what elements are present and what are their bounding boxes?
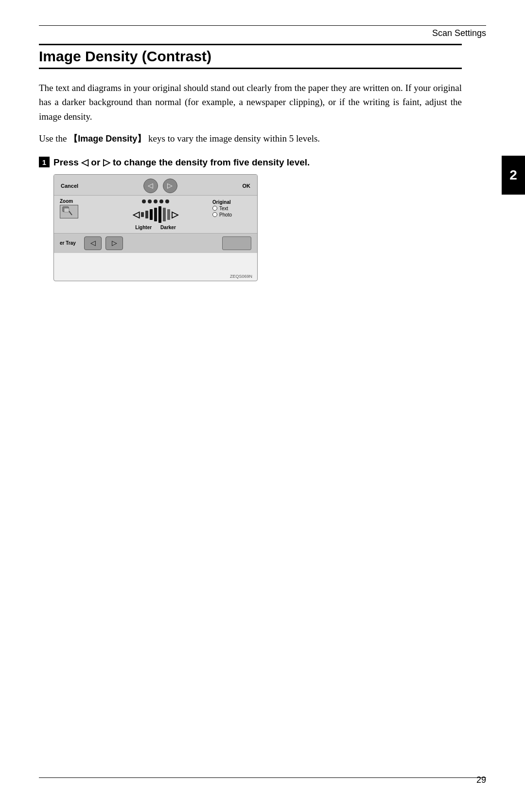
device-bottom-row: er Tray ◁ ▷ [54, 234, 257, 253]
bar-4 [154, 208, 157, 221]
tray-label: er Tray [60, 240, 79, 246]
bar-3 [150, 209, 153, 220]
text-option-label: Text [219, 206, 228, 211]
nav-left-btn[interactable]: ◁ [143, 179, 158, 193]
original-label: Original [212, 199, 231, 205]
device-zoom-section: Zoom [60, 198, 99, 218]
p2-suffix: keys to vary the image density within 5 … [146, 133, 320, 144]
density-left-arrow: ◁ [133, 209, 140, 220]
page-container: Scan Settings 2 Image Density (Contrast)… [0, 0, 525, 812]
header-line [39, 25, 486, 26]
device-top-row: Cancel ◁ ▷ OK [54, 175, 257, 196]
density-center: ◁ ▷ [99, 198, 212, 230]
dot-2 [148, 199, 152, 203]
step-1-block: 1 Press ◁ or ▷ to change the density fro… [39, 156, 462, 281]
section-title-bar: Image Density (Contrast) [39, 44, 462, 69]
bar-7 [167, 209, 170, 220]
device-nav-buttons: ◁ ▷ [143, 179, 177, 193]
photo-option-label: Photo [219, 212, 232, 217]
lighter-label: Lighter [135, 225, 152, 230]
page-number: 29 [476, 775, 486, 785]
bar-5 [158, 206, 161, 223]
device-cancel-label: Cancel [61, 183, 78, 189]
right-panel-btn [222, 236, 251, 250]
zoom-label: Zoom [60, 198, 73, 204]
svg-rect-1 [64, 208, 69, 212]
device-diagram: Cancel ◁ ▷ OK Zoom [53, 174, 258, 281]
main-content: Image Density (Contrast) The text and di… [39, 44, 462, 290]
density-bars-row: ◁ ▷ [133, 206, 178, 223]
device-code: ZEQS069N [230, 274, 252, 279]
nav-right-btn[interactable]: ▷ [163, 179, 177, 193]
dot-5 [165, 199, 169, 203]
density-dots [142, 199, 169, 203]
device-ok-label: OK [242, 183, 250, 189]
step-1-text: Press ◁ or ▷ to change the density from … [53, 156, 310, 169]
darker-label: Darker [160, 225, 176, 230]
zoom-icon [60, 205, 78, 218]
device-original-section: Original Text Photo [212, 198, 251, 218]
chapter-tab: 2 [502, 156, 525, 195]
p2-prefix: Use the [39, 133, 69, 144]
bar-1 [141, 212, 144, 217]
bar-2 [145, 211, 148, 218]
dot-3 [154, 199, 158, 203]
footer-line [39, 777, 486, 778]
body-paragraph-1: The text and diagrams in your original s… [39, 81, 462, 124]
density-labels: Lighter Darker [135, 225, 176, 230]
radio-circle-text [212, 206, 217, 211]
density-right-arrow: ▷ [172, 209, 178, 220]
header-section-label: Scan Settings [432, 28, 486, 38]
radio-photo-option: Photo [212, 212, 232, 217]
bottom-right-btn[interactable]: ▷ [105, 236, 123, 250]
step-1-number: 1 [39, 157, 50, 167]
p2-key: 【Image Density】 [69, 134, 146, 144]
radio-circle-photo [212, 212, 217, 217]
step-1-header: 1 Press ◁ or ▷ to change the density fro… [39, 156, 462, 169]
device-mid-row: Zoom [54, 196, 257, 234]
radio-text-option: Text [212, 206, 228, 211]
bottom-left-btn[interactable]: ◁ [84, 236, 102, 250]
dot-4 [159, 199, 163, 203]
bottom-buttons: ◁ ▷ [84, 236, 123, 250]
chapter-number: 2 [509, 167, 517, 183]
dot-1 [142, 199, 146, 203]
body-paragraph-2: Use the 【Image Density】 keys to vary the… [39, 131, 462, 146]
svg-line-2 [69, 211, 72, 215]
bar-6 [163, 208, 166, 221]
section-title: Image Density (Contrast) [39, 48, 211, 64]
